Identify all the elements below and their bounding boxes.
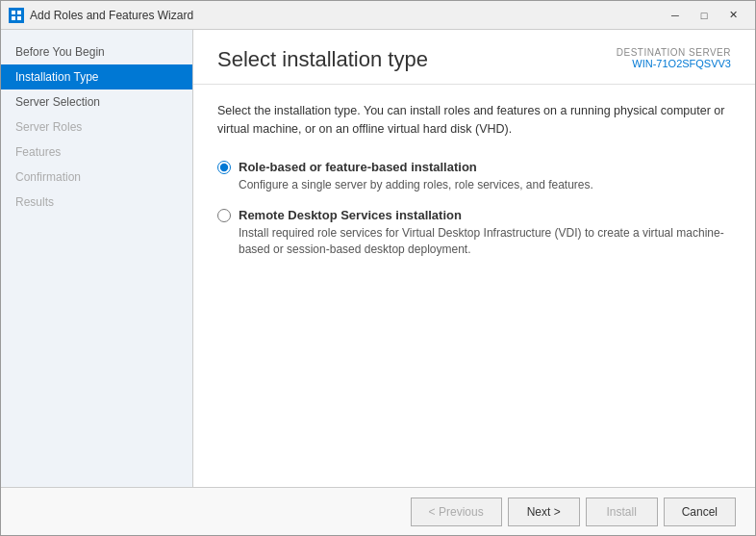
sidebar-item-results: Results [1, 190, 192, 215]
destination-server-info: DESTINATION SERVER WIN-71O2SFQSVV3 [617, 47, 731, 69]
sidebar-item-installation-type[interactable]: Installation Type [1, 64, 192, 89]
page-title: Select installation type [217, 47, 428, 72]
footer: < Previous Next > Install Cancel [1, 487, 755, 535]
previous-button[interactable]: < Previous [411, 498, 502, 526]
main-body: Select the installation type. You can in… [193, 85, 755, 487]
option-remote-desktop: Remote Desktop Services installation Ins… [217, 208, 731, 258]
sidebar-item-server-selection[interactable]: Server Selection [1, 89, 192, 115]
titlebar: Add Roles and Features Wizard ─ □ ✕ [1, 1, 755, 30]
content-area: Before You Begin Installation Type Serve… [1, 30, 755, 487]
next-button[interactable]: Next > [508, 498, 580, 526]
description-text: Select the installation type. You can in… [217, 102, 731, 139]
install-button[interactable]: Install [586, 498, 658, 526]
cancel-button[interactable]: Cancel [664, 498, 736, 526]
minimize-button[interactable]: ─ [661, 5, 690, 26]
main-window: Add Roles and Features Wizard ─ □ ✕ Befo… [0, 0, 756, 536]
window-title: Add Roles and Features Wizard [30, 9, 661, 22]
svg-rect-1 [17, 11, 21, 14]
svg-rect-2 [12, 16, 15, 20]
option-role-based-desc: Configure a single server by adding role… [239, 177, 593, 193]
sidebar-item-confirmation: Confirmation [1, 165, 192, 190]
maximize-button[interactable]: □ [690, 5, 718, 26]
destination-name: WIN-71O2SFQSVV3 [617, 58, 731, 69]
option-remote-desktop-title: Remote Desktop Services installation [239, 208, 731, 222]
sidebar: Before You Begin Installation Type Serve… [1, 30, 193, 487]
option-role-based: Role-based or feature-based installation… [217, 160, 731, 193]
radio-role-based[interactable] [217, 161, 231, 174]
sidebar-item-before-you-begin[interactable]: Before You Begin [1, 39, 192, 64]
app-icon [9, 8, 24, 23]
sidebar-item-features: Features [1, 140, 192, 165]
radio-remote-desktop[interactable] [217, 209, 231, 222]
window-controls: ─ □ ✕ [661, 5, 747, 26]
option-role-based-title: Role-based or feature-based installation [239, 160, 593, 174]
installation-options: Role-based or feature-based installation… [217, 160, 731, 258]
svg-rect-3 [17, 16, 21, 20]
destination-label: DESTINATION SERVER [617, 47, 731, 58]
close-button[interactable]: ✕ [718, 5, 747, 26]
main-header: Select installation type DESTINATION SER… [193, 30, 755, 85]
option-remote-desktop-desc: Install required role services for Virtu… [239, 225, 731, 258]
sidebar-item-server-roles: Server Roles [1, 115, 192, 140]
svg-rect-0 [12, 11, 15, 14]
main-panel: Select installation type DESTINATION SER… [193, 30, 755, 487]
